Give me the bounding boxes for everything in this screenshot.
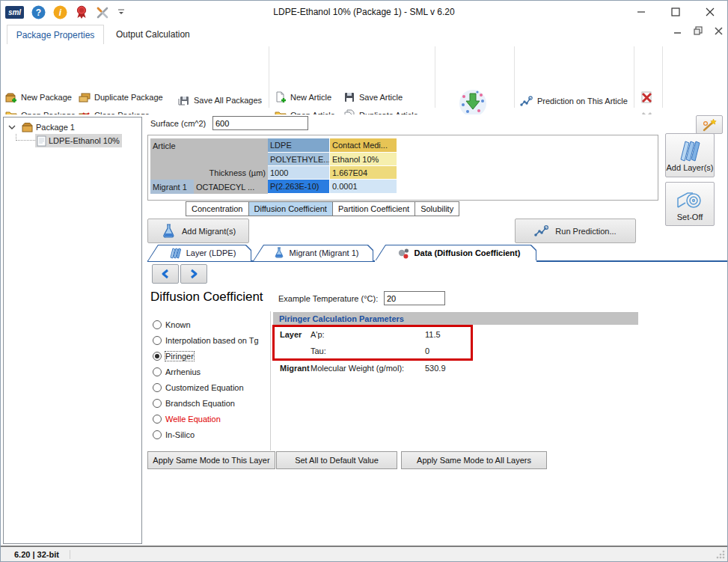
set-all-default-button[interactable]: Set All to Default Value	[276, 451, 397, 469]
apply-same-mode-all-layers-button[interactable]: Apply Same Mode to All Layers	[401, 451, 547, 469]
tools-icon[interactable]	[96, 5, 110, 19]
table-cell-volume-value[interactable]: 1.667E04	[330, 166, 397, 180]
new-article-button[interactable]: New Article	[275, 90, 331, 105]
table-cell[interactable]: Article	[150, 138, 194, 153]
new-package-label: New Package	[21, 93, 72, 102]
table-cell-concentration[interactable]: 0.0001	[330, 180, 397, 194]
run-prediction-label: Run Prediction...	[555, 227, 616, 236]
radio-selected-icon	[153, 352, 162, 361]
table-cell-migrant-name[interactable]: Migrant 1	[150, 180, 194, 194]
molecular-weight-value: 530.9	[425, 364, 446, 373]
table-cell-thickness-value[interactable]: 1000	[268, 166, 330, 180]
forward-chevron-icon	[189, 269, 198, 279]
mode-option-in-silico[interactable]: In-Silico	[153, 428, 195, 441]
save-all-packages-icon	[178, 94, 190, 106]
table-cell-migrant-substance[interactable]: OCTADECYL ...	[194, 180, 268, 194]
add-layers-button[interactable]: Add Layer(s)	[665, 133, 715, 177]
save-all-packages-label: Save All Packages	[194, 96, 262, 105]
tree-collapse-icon[interactable]	[8, 124, 16, 130]
radio-icon	[153, 415, 162, 424]
table-cell[interactable]	[150, 153, 194, 166]
tree-item-package[interactable]: Package 1	[4, 120, 141, 134]
tree-item-article[interactable]: LDPE-Ethanol 10%	[4, 134, 141, 147]
minimize-button[interactable]	[624, 1, 658, 23]
molecular-weight-label: Molecular Weight (g/mol):	[311, 364, 404, 373]
article-summary-box: Article LDPE Contact Medi... POLYETHYLE.…	[147, 135, 658, 201]
prediction-chart-icon	[520, 95, 533, 107]
save-article-icon	[343, 91, 355, 103]
radio-icon	[153, 399, 162, 408]
statusbar: 6.20 | 32-bit	[1, 547, 727, 561]
table-cell[interactable]	[194, 153, 268, 166]
mdi-minimize-icon[interactable]	[674, 27, 682, 34]
workspace: Package 1 LDPE-Ethanol 10% Surface (cm^2…	[1, 114, 727, 546]
tab-migrant[interactable]: Migrant (Migrant 1)	[253, 245, 373, 261]
tab-output-calculation[interactable]: Output Calculation	[110, 25, 196, 43]
surface-input[interactable]	[212, 116, 308, 130]
file-close-button[interactable]	[640, 90, 653, 105]
set-off-button[interactable]: Set-Off	[665, 182, 715, 226]
qat-dropdown-icon[interactable]	[117, 8, 125, 16]
article-summary-table[interactable]: Article LDPE Contact Medi... POLYETHYLE.…	[150, 138, 397, 194]
info-icon[interactable]: i	[53, 5, 67, 19]
mode-label: In-Silico	[165, 430, 195, 439]
example-temperature-input[interactable]	[384, 291, 445, 305]
mode-option-known[interactable]: Known	[153, 318, 191, 331]
set-off-label: Set-Off	[677, 213, 703, 222]
apply-same-mode-this-layer-button[interactable]: Apply Same Mode to This Layer	[147, 451, 275, 469]
add-layers-label: Add Layer(s)	[667, 163, 714, 172]
radio-icon	[153, 383, 162, 392]
table-cell[interactable]	[150, 166, 194, 180]
active-tab-underline-gap	[375, 260, 536, 262]
property-subtabs: Concentration Diffusion Coefficient Part…	[186, 201, 459, 216]
table-cell-polymer[interactable]: POLYETHYLE...	[268, 153, 330, 166]
layers-icon	[676, 139, 703, 162]
tab-layer-label: Layer (LDPE)	[186, 248, 236, 257]
surface-label: Surface (cm^2)	[150, 119, 206, 128]
nav-back-button[interactable]	[152, 264, 179, 284]
table-cell-layer-name[interactable]: LDPE	[268, 138, 330, 153]
tab-layer[interactable]: Layer (LDPE)	[147, 245, 251, 261]
mode-label: Interpolation based on Tg	[165, 336, 259, 345]
mdi-close-icon[interactable]	[715, 27, 723, 35]
table-cell-thickness-label[interactable]: Thickness (µm)	[194, 166, 268, 180]
mode-option-arrhenius[interactable]: Arrhenius	[153, 365, 201, 378]
resize-grip[interactable]	[716, 550, 725, 559]
table-cell[interactable]	[194, 138, 268, 153]
diffusion-coefficient-heading: Diffusion Coefficient	[150, 290, 263, 305]
add-migrants-button[interactable]: Add Migrant(s)	[147, 219, 249, 243]
help-icon[interactable]: ?	[31, 5, 46, 19]
license-rosette-icon[interactable]	[75, 5, 88, 19]
maximize-button[interactable]	[658, 1, 693, 23]
tab-package-properties[interactable]: Package Properties	[7, 25, 104, 44]
subtab-partition-coefficient[interactable]: Partition Coefficient	[332, 201, 415, 216]
subtab-diffusion-coefficient[interactable]: Diffusion Coefficient	[248, 201, 333, 216]
subtab-solubility[interactable]: Solubility	[415, 201, 459, 216]
duplicate-package-button[interactable]: Duplicate Package	[79, 90, 163, 105]
nav-forward-button[interactable]	[180, 264, 207, 284]
mdi-restore-icon[interactable]	[694, 26, 703, 35]
subtab-concentration[interactable]: Concentration	[186, 201, 249, 216]
run-prediction-button[interactable]: Run Prediction...	[515, 219, 636, 243]
mode-label: Known	[165, 320, 191, 329]
table-cell-contact-header[interactable]: Contact Medi...	[330, 138, 397, 153]
ribbon-separator	[269, 46, 269, 108]
svg-text:?: ?	[36, 7, 41, 17]
mode-option-welle-equation[interactable]: Welle Equation	[153, 412, 221, 425]
mode-label: Arrhenius	[165, 367, 201, 376]
mode-option-piringer[interactable]: Piringer	[153, 349, 194, 362]
wizard-button[interactable]	[696, 115, 723, 134]
new-package-button[interactable]: New Package	[5, 90, 72, 105]
mode-option-customized-equation[interactable]: Customized Equation	[153, 381, 244, 394]
save-article-button[interactable]: Save Article	[343, 90, 403, 105]
tab-data[interactable]: Data (Diffusion Coefficient)	[375, 245, 536, 261]
prediction-this-article-button[interactable]: Prediction on This Article	[520, 94, 628, 109]
save-all-packages-button[interactable]: Save All Packages	[178, 93, 262, 108]
close-button[interactable]	[693, 1, 727, 23]
table-cell-contact-medium[interactable]: Ethanol 10%	[330, 153, 397, 166]
back-chevron-icon	[161, 269, 170, 279]
mode-option-brandsch-equation[interactable]: Brandsch Equation	[153, 397, 235, 409]
table-cell-diffusion-selected[interactable]: P(2.263E-10)	[268, 180, 330, 194]
tab-data-label: Data (Diffusion Coefficient)	[415, 248, 521, 257]
mode-option-interpolation-tg[interactable]: Interpolation based on Tg	[153, 334, 259, 346]
